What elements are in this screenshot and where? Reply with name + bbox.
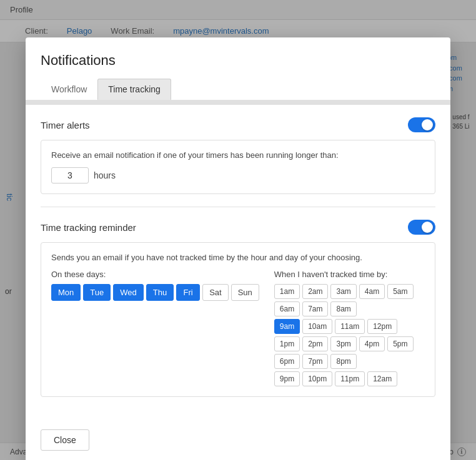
time-7pm[interactable]: 7pm [302,354,328,369]
timer-alerts-title: Timer alerts [41,120,90,130]
timer-alerts-header: Timer alerts [41,117,435,132]
time-grid: 1am 2am 3am 4am 5am 6am 7am 8am [274,284,425,386]
timer-alerts-card: Receive an email notification if one of … [41,140,435,194]
time-7am[interactable]: 7am [302,301,328,316]
time-row-1: 1am 2am 3am 4am 5am 6am 7am 8am [274,284,425,316]
tracking-content: On these days: Mon Tue Wed Thu Fri Sat S… [51,270,425,386]
modal-title: Notifications [41,52,435,69]
hours-input[interactable] [51,167,89,184]
day-mon[interactable]: Mon [51,284,81,301]
day-tue[interactable]: Tue [83,284,111,301]
time-1pm[interactable]: 1pm [274,336,300,351]
time-10pm[interactable]: 10pm [302,371,332,386]
tab-divider [26,100,450,105]
time-row-4: 9pm 10pm 11pm 12am [274,371,425,386]
modal-body: Timer alerts Receive an email notificati… [26,105,450,422]
time-5pm[interactable]: 5pm [387,336,413,351]
time-12am[interactable]: 12am [367,371,397,386]
time-8pm[interactable]: 8pm [330,354,356,369]
time-8am[interactable]: 8am [330,301,356,316]
timer-alerts-description: Receive an email notification if one of … [51,150,425,160]
time-9pm[interactable]: 9pm [274,371,300,386]
section-divider [41,207,435,207]
reminder-card: Sends you an email if you have not track… [41,242,435,397]
time-section: When I haven't tracked time by: 1am 2am … [274,270,425,386]
close-button[interactable]: Close [41,429,89,451]
time-11pm[interactable]: 11pm [335,371,365,386]
time-2am[interactable]: 2am [302,284,328,299]
days-label: On these days: [51,270,259,279]
days-row: Mon Tue Wed Thu Fri Sat Sun [51,284,259,301]
time-label: When I haven't tracked time by: [274,270,425,279]
modal-footer: Close [26,422,450,460]
time-4am[interactable]: 4am [359,284,385,299]
time-row-2: 9am 10am 11am 12pm [274,319,425,334]
time-6am[interactable]: 6am [274,301,300,316]
reminder-toggle[interactable] [408,220,435,235]
time-1am[interactable]: 1am [274,284,300,299]
time-2pm[interactable]: 2pm [302,336,328,351]
time-12pm[interactable]: 12pm [367,319,397,334]
time-5am[interactable]: 5am [387,284,413,299]
time-3pm[interactable]: 3pm [330,336,356,351]
notifications-modal: Notifications Workflow Time tracking Tim… [26,37,450,460]
time-11am[interactable]: 11am [335,319,365,334]
reminder-title: Time tracking reminder [41,222,136,233]
days-section: On these days: Mon Tue Wed Thu Fri Sat S… [51,270,259,386]
time-9am[interactable]: 9am [274,319,300,334]
reminder-description: Sends you an email if you have not track… [51,253,425,262]
day-wed[interactable]: Wed [113,284,144,301]
modal-header: Notifications Workflow Time tracking [26,37,450,100]
hours-label: hours [94,170,116,180]
modal-overlay: Notifications Workflow Time tracking Tim… [0,0,476,460]
day-thu[interactable]: Thu [146,284,174,301]
day-fri[interactable]: Fri [176,284,200,301]
time-3am[interactable]: 3am [330,284,356,299]
time-10am[interactable]: 10am [302,319,332,334]
reminder-header: Time tracking reminder [41,220,435,235]
day-sat[interactable]: Sat [202,284,229,301]
hours-row: hours [51,167,425,184]
time-tracking-reminder-section: Time tracking reminder Sends you an emai… [41,220,435,397]
day-sun[interactable]: Sun [231,284,259,301]
timer-alerts-toggle[interactable] [408,117,435,132]
tabs-container: Workflow Time tracking [41,79,435,100]
time-row-3: 1pm 2pm 3pm 4pm 5pm 6pm 7pm 8pm [274,336,425,369]
tab-time-tracking[interactable]: Time tracking [97,79,171,100]
tab-workflow[interactable]: Workflow [41,79,97,100]
time-4pm[interactable]: 4pm [359,336,385,351]
time-6pm[interactable]: 6pm [274,354,300,369]
timer-alerts-section: Timer alerts Receive an email notificati… [41,117,435,194]
